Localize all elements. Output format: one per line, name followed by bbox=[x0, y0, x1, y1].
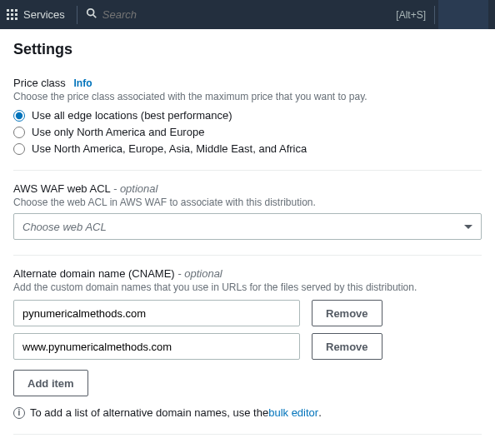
price-class-label: Price class bbox=[13, 77, 66, 89]
cname-input-1[interactable] bbox=[13, 333, 300, 360]
divider bbox=[77, 6, 78, 24]
optional-tag: - optional bbox=[113, 182, 158, 195]
svg-rect-5 bbox=[15, 13, 18, 16]
svg-rect-3 bbox=[7, 13, 9, 16]
topbar-right-section bbox=[438, 0, 488, 29]
price-class-section: Price class Info Choose the price class … bbox=[13, 77, 482, 155]
search-shortcut-hint: [Alt+S] bbox=[396, 9, 426, 21]
cname-input-0[interactable] bbox=[13, 300, 300, 326]
optional-tag: - optional bbox=[178, 267, 222, 280]
top-navigation-bar: Services [Alt+S] bbox=[0, 0, 495, 29]
price-class-option-extended[interactable]: Use North America, Europe, Asia, Middle … bbox=[13, 142, 482, 155]
price-class-option-all[interactable]: Use all edge locations (best performance… bbox=[13, 109, 482, 122]
divider bbox=[434, 6, 435, 24]
add-item-button[interactable]: Add item bbox=[13, 370, 88, 396]
radio-label: Use North America, Europe, Asia, Middle … bbox=[32, 142, 307, 155]
page-title: Settings bbox=[13, 41, 482, 58]
remove-button[interactable]: Remove bbox=[312, 300, 382, 326]
search-icon bbox=[86, 7, 98, 22]
grid-icon[interactable] bbox=[7, 9, 18, 21]
price-class-help: Choose the price class associated with t… bbox=[13, 91, 482, 102]
svg-rect-0 bbox=[7, 9, 9, 12]
svg-rect-4 bbox=[11, 13, 13, 16]
cname-label: Alternate domain name (CNAME) bbox=[13, 267, 175, 280]
svg-rect-1 bbox=[11, 9, 13, 12]
caret-down-icon bbox=[464, 225, 472, 229]
waf-label: AWS WAF web ACL bbox=[13, 182, 110, 195]
svg-line-10 bbox=[93, 15, 97, 18]
radio-na-eu[interactable] bbox=[13, 127, 25, 138]
waf-placeholder: Choose web ACL bbox=[22, 221, 107, 233]
bulk-editor-link[interactable]: bulk editor bbox=[268, 406, 318, 419]
cname-section: Alternate domain name (CNAME) - optional… bbox=[13, 267, 482, 419]
svg-point-9 bbox=[88, 9, 94, 16]
svg-rect-7 bbox=[11, 17, 13, 20]
page-content: Settings Price class Info Choose the pri… bbox=[0, 29, 495, 448]
svg-rect-6 bbox=[7, 17, 9, 20]
divider bbox=[13, 170, 482, 171]
info-icon: i bbox=[13, 407, 25, 419]
svg-rect-8 bbox=[15, 17, 18, 20]
waf-section: AWS WAF web ACL - optional Choose the we… bbox=[13, 182, 482, 240]
search-container: [Alt+S] bbox=[81, 7, 431, 22]
divider bbox=[13, 255, 482, 256]
svg-rect-2 bbox=[15, 9, 18, 12]
cname-item-row: Remove bbox=[13, 300, 482, 326]
radio-extended[interactable] bbox=[13, 143, 25, 155]
radio-label: Use all edge locations (best performance… bbox=[32, 109, 232, 122]
bulk-editor-info: i To add a list of alternative domain na… bbox=[13, 406, 482, 419]
search-input[interactable] bbox=[102, 8, 396, 21]
divider bbox=[13, 434, 482, 435]
bulk-prefix-text: To add a list of alternative domain name… bbox=[30, 406, 268, 419]
radio-label: Use only North America and Europe bbox=[32, 126, 204, 138]
waf-select[interactable]: Choose web ACL bbox=[13, 213, 482, 240]
cname-item-row: Remove bbox=[13, 333, 482, 360]
price-class-radio-group: Use all edge locations (best performance… bbox=[13, 109, 482, 155]
cname-help: Add the custom domain names that you use… bbox=[13, 281, 482, 293]
price-class-option-na-eu[interactable]: Use only North America and Europe bbox=[13, 126, 482, 138]
remove-button[interactable]: Remove bbox=[312, 333, 382, 360]
radio-all-edge[interactable] bbox=[13, 110, 25, 122]
waf-help: Choose the web ACL in AWS WAF to associa… bbox=[13, 197, 482, 208]
info-link[interactable]: Info bbox=[73, 77, 92, 89]
services-menu[interactable]: Services bbox=[23, 8, 65, 21]
